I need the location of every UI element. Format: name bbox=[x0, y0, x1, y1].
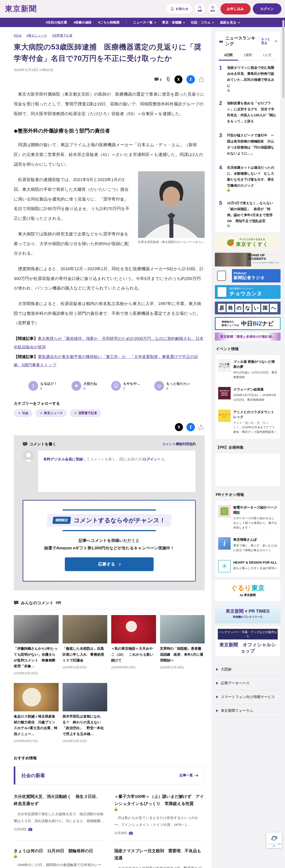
plus-icon: ＋ bbox=[39, 411, 42, 415]
settings-label: 設定 bbox=[211, 9, 215, 12]
banner-pr-times[interactable]: 東京新聞 × PR TIMES 首都圏のプレスリリース bbox=[215, 604, 281, 623]
nav-item-iryou[interactable]: #医療の値段 bbox=[74, 21, 92, 25]
banner-gururi-tokyo[interactable]: ぐるり東京 by 東京新聞 bbox=[215, 580, 281, 601]
comment-terms-link[interactable]: コメント機能利用規約 bbox=[162, 442, 196, 446]
article-list-link[interactable]: 記事一覧 bbox=[174, 773, 198, 777]
nav-item-tokyo-shutoken[interactable]: 東京・首都圏 bbox=[162, 21, 184, 25]
notifications-button[interactable]: お知らせ bbox=[166, 4, 193, 14]
lock-icon-gold bbox=[114, 807, 205, 811]
triangle-icon bbox=[216, 682, 218, 684]
campaign-badge: 期間限定 bbox=[53, 517, 71, 524]
nav-item-chihousen[interactable]: #注目の地方選 bbox=[46, 21, 67, 25]
reaction-naruhodo[interactable]: ！ なるほど！0 bbox=[28, 381, 57, 391]
sidebar-link-smartphone[interactable]: スマートフォン向け情報サービス bbox=[215, 690, 281, 704]
comment-input[interactable]: 有料デジタル会員に登録してコメントを書く。(既に会員の方)ログインする。 bbox=[38, 450, 196, 492]
tag-reporter[interactable]: #昆野夏子記者 bbox=[52, 34, 73, 38]
tag-shakai[interactable]: #社会 bbox=[14, 34, 22, 38]
banner-chunichi-biz-navi[interactable]: 東海地方の経済ニュースは 中日BiZナビ bbox=[215, 317, 281, 330]
banner-stand-up-students[interactable]: STAND UP STUDENTSいま、わたしたちのまわりで起きていること。 bbox=[215, 253, 281, 267]
share-icon[interactable] bbox=[198, 425, 203, 430]
article-card[interactable]: 災害時の「病院船」患者搬送訓練 政府、来年1月に運用開始へ(2025年11月16… bbox=[160, 615, 205, 675]
copy-link-icon[interactable] bbox=[166, 76, 170, 82]
event-item[interactable]: ゴッホ展家族がつないだ画家の夢 ゴッホ展 家族がつないだ画家の夢9月12日(金)… bbox=[218, 356, 277, 383]
ranking-item[interactable]: 5 12月1日で使えなく…ならない「紙の保険証」 政府が「特例」認めて来年3月末… bbox=[219, 196, 277, 231]
banner-official-shop[interactable]: バックナンバー・写真・グッズなどの販売なら 東京新聞 オフィシャルショップ bbox=[215, 626, 281, 657]
campaign-line-1: 記事へコメントを投稿いただくと bbox=[32, 538, 186, 543]
banner-kankyo-tayousei[interactable]: 東京新聞「環境と多様性の行動計画」 bbox=[215, 333, 281, 341]
article-card[interactable]: ＜私の東京物語＞大月みやこ（10） これからも歌い続けて(2025年09月23日… bbox=[111, 615, 156, 675]
sidebar-link-daizukai[interactable]: 大図解 bbox=[215, 663, 281, 677]
related-link-1[interactable]: 東大教授らが「風俗接待」強要か 共同研究のため計2000万円…なのに契約解除され… bbox=[14, 336, 203, 349]
facebook-share-button[interactable]: f bbox=[187, 75, 195, 84]
register-link[interactable]: 有料デジタル会員に登録 bbox=[43, 457, 83, 461]
event-item[interactable]: ぼっち・ざ・ろっく！ アニメとのコラボタウントレックアニメ「ぼっち・ざ・ろっく！… bbox=[218, 406, 277, 438]
ranking-title: ニュースランキング bbox=[225, 35, 256, 47]
comment-count[interactable]: 0 bbox=[154, 78, 162, 82]
comment-section: コメントを書く コメント機能利用規約 有料デジタル会員に登録してコメントを書く。… bbox=[14, 435, 205, 590]
reaction-taisetsu[interactable]: ♥ 大切だね0 bbox=[72, 381, 97, 391]
article-body: 東京大医学部付属病院（東京都文京区）の医師が、医療機器の選定で業者に便宜を図った… bbox=[14, 89, 205, 328]
pr-item[interactable]: 都電サポーターズ紹介ページ開設サポーターズの取り組みをはじめとして様々な角度から… bbox=[218, 501, 277, 534]
x-share-button[interactable]: X bbox=[174, 75, 182, 84]
nav-item-shasetsu[interactable]: 社説・コラム bbox=[191, 21, 213, 25]
campaign-apply-button[interactable]: 応募する bbox=[65, 557, 153, 571]
x-share-button[interactable]: X bbox=[175, 423, 183, 431]
comment-campaign-banner[interactable]: 期間限定 コメントするなら今がチャンス！ 記事へコメントを投稿いただくと 抽選で… bbox=[23, 500, 196, 582]
tag-tokyo-news[interactable]: #東京ニュース bbox=[27, 34, 47, 38]
news-list-item[interactable]: 大分佐賀関火災、消火活動続く 発生３日目、終息見通せず 大分市佐賀関で発生した大… bbox=[14, 786, 104, 841]
banner-tokyo-sukusuku[interactable]: 子どもとの日々を支える東京すくすく bbox=[215, 236, 281, 250]
sidebar-link-database[interactable]: 記事データベース bbox=[215, 677, 281, 690]
reaction-motto[interactable]: ☺ もっと知りたい0 bbox=[154, 381, 190, 391]
ranking-tab-3days[interactable]: 3日間 bbox=[219, 50, 238, 61]
nav-item-shimen[interactable]: 紙面を見る bbox=[220, 21, 239, 25]
chevron-right-icon bbox=[118, 563, 121, 566]
settings-button[interactable]: 設定 bbox=[207, 4, 218, 14]
comment-write-title: コメントを書く bbox=[29, 441, 56, 447]
article-title: 東大病院の53歳医師逮捕 医療機器選定の見返りに「奨学寄付金」名目で70万円を不… bbox=[14, 41, 205, 64]
article-card[interactable]: 高市早苗氏は首相になれる？ 終わりの見えない「政治空白」 野党一本化で浮上する玉… bbox=[63, 683, 108, 743]
nav-item-news-list[interactable]: ニュース一覧 bbox=[133, 21, 155, 25]
banner-choukannu[interactable]: 東京新聞キャラクターチョウカンヌ bbox=[215, 285, 281, 299]
article-card[interactable]: 「徹底した未然防止」目黒区長に申し入れ 事務処理ミスで区議会(2025年11月2… bbox=[63, 615, 108, 675]
campaign-bar-top bbox=[63, 509, 156, 510]
news-list-item[interactable]: きょうは何の日 11月20日 競輪発祥の日 1948年のこの日、福岡県の小倉競輪… bbox=[14, 841, 104, 868]
facebook-share-button[interactable]: f bbox=[187, 423, 195, 431]
pr-item[interactable]: i 東京情報さんぽ東京で働く、暮らす、楽しむために役立つ情報が集まるサイト bbox=[218, 534, 277, 556]
reaction-moyamoya[interactable]: ☹ もやもや…2 bbox=[111, 381, 140, 391]
banner-podcast-radio[interactable]: Podcast新聞記者ラジオ bbox=[215, 269, 281, 282]
article-card[interactable]: 「伊藤詩織さんから1年たっても説明がない」弁護士らが批判コメント 映像無断使用「… bbox=[14, 615, 59, 675]
related-link-2[interactable]: 電気通信大が東京都予算の獲得狙い「裏工作」か 「大学提案制度」事業選びで不正の証… bbox=[14, 354, 198, 367]
camera-icon bbox=[28, 828, 32, 831]
suspect-photo[interactable] bbox=[138, 171, 205, 238]
smile-face-icon: ☺ bbox=[154, 381, 164, 391]
ranking-item[interactable]: 4 生活保護カットは違法だったのに、全額補償しない？ むしろ新たな引き下げ案を出… bbox=[219, 160, 277, 196]
banner-genpatsu[interactable]: 原 発 の な い 国 へ bbox=[215, 302, 281, 314]
apply-button[interactable]: お申し込み bbox=[220, 3, 251, 14]
follow-chip-tokyo-news[interactable]: ＋東京ニュース bbox=[35, 409, 67, 417]
sidebar-link-forum[interactable]: 東京新聞フォーラム bbox=[215, 704, 281, 718]
ranking-tab-1month[interactable]: 1カ月 bbox=[257, 50, 277, 60]
pr-item[interactable]: ✳ HEART & DESIGN FOR ALL誰もが暮らしやすい社会の実現へ bbox=[218, 556, 277, 576]
follow-chip-shakai[interactable]: ＋社会 bbox=[14, 409, 32, 417]
scrollbar-thumb[interactable] bbox=[282, 20, 284, 98]
students-photo bbox=[215, 253, 246, 267]
share-icon[interactable] bbox=[199, 77, 204, 82]
ranking-item[interactable]: 1 池袋タワマンに税金で住む高際みゆき区長、豊島区が特例で認めていた…区民の指摘… bbox=[219, 61, 277, 96]
ranking-item[interactable]: 2 強制送還を進める「ゼロプラン」に反対するデモ 渋谷で市民有志・外国人ら150… bbox=[219, 96, 277, 128]
news-list-item[interactable]: ＜量子力学100年＞（上）謎いまだ解けず アインシュタインもびっくり 常識超える… bbox=[114, 786, 205, 841]
paragraph-2: 同課は贈賄の疑いで、東証プライム上場の医療機器メーカー「日本エム・ディ・エム」（… bbox=[14, 140, 205, 169]
follow-chip-reporter[interactable]: ＋昆野夏子記者 bbox=[70, 409, 101, 417]
plus-icon: ＋ bbox=[74, 411, 77, 415]
ranking-item[interactable]: 3 円安が猛スピードで進行中 一因は高市政権の積極財政 片山さつき財務相は「円の… bbox=[219, 128, 277, 160]
news-list-item[interactable]: 国産クマスプレー注文殺到 需要増、不良品も流通 クマの出没や人的被害が各地で相次… bbox=[114, 841, 205, 868]
article-card[interactable]: 食品ロス削減＋埼玉県産食材の魅力発信 川越プリンスホテル×富士見の企業、特別メニ… bbox=[14, 683, 59, 743]
ranking-more-link[interactable]: もっと見る bbox=[258, 37, 277, 45]
ranking-tab-1week[interactable]: 1週間 bbox=[238, 50, 257, 60]
login-link[interactable]: ログイン bbox=[143, 457, 158, 461]
privacy-settings-widget[interactable]: プライバシー・利用規約 bbox=[266, 833, 282, 848]
site-logo[interactable]: 東京新聞 bbox=[5, 4, 37, 14]
search-button[interactable]: 検索 bbox=[195, 4, 205, 14]
nav-item-tokuhou[interactable]: #こちら特報部 bbox=[98, 21, 119, 25]
login-button[interactable]: ログイン bbox=[253, 3, 281, 14]
event-item[interactable]: MASTERS OF SWEDISH PAINTING スウェーデン絵画展202… bbox=[218, 383, 277, 406]
